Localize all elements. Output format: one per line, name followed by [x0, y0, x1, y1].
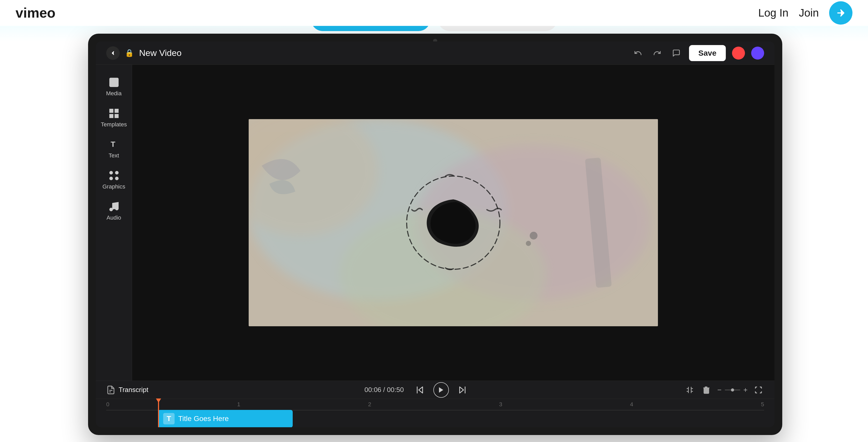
project-title[interactable]: New Video — [139, 48, 182, 58]
editor-topbar: 🔒 New Video — [96, 41, 774, 65]
expand-button[interactable] — [753, 384, 764, 396]
svg-point-13 — [115, 207, 118, 210]
login-button[interactable]: Log In — [758, 7, 788, 19]
play-button[interactable] — [433, 382, 449, 398]
scrubber[interactable] — [158, 399, 159, 427]
zoom-control: − + — [717, 386, 748, 394]
nav-arrow-button[interactable] — [829, 1, 852, 25]
sidebar-media-label: Media — [106, 90, 122, 97]
sidebar-item-graphics[interactable]: Graphics — [98, 166, 129, 194]
timeline: Transcript 00:06 / 00:50 — [96, 381, 774, 427]
title-clip-text: Title Goes Here — [178, 415, 229, 423]
svg-point-21 — [526, 241, 531, 246]
save-button[interactable]: Save — [689, 45, 726, 61]
sidebar-item-media[interactable]: Media — [98, 72, 129, 101]
skip-forward-button[interactable] — [457, 384, 468, 396]
topbar-right: Save — [631, 45, 764, 61]
zoom-minus[interactable]: − — [717, 386, 721, 394]
ruler-mark-2: 2 — [368, 401, 371, 408]
time-separator: / — [383, 386, 385, 393]
svg-point-9 — [115, 171, 118, 174]
sidebar-item-templates[interactable]: Templates — [98, 103, 129, 132]
ruler-mark-4: 4 — [630, 401, 633, 408]
comment-button[interactable] — [670, 46, 683, 60]
svg-text:vimeo: vimeo — [16, 5, 56, 21]
vimeo-logo: vimeo — [16, 5, 57, 21]
canvas-area — [132, 65, 774, 381]
timeline-topbar: Transcript 00:06 / 00:50 — [96, 381, 774, 399]
ruler-mark-0: 0 — [106, 401, 109, 408]
video-canvas — [249, 119, 658, 326]
title-clip-icon: T — [163, 413, 175, 424]
sidebar-graphics-label: Graphics — [102, 183, 125, 190]
ruler-mark-1: 1 — [237, 401, 240, 408]
svg-rect-3 — [110, 109, 113, 113]
svg-rect-4 — [115, 109, 118, 113]
svg-text:T: T — [111, 140, 115, 148]
zoom-plus[interactable]: + — [743, 386, 748, 394]
svg-point-12 — [110, 208, 113, 211]
sidebar: Media Templates T Text — [96, 65, 132, 381]
lock-icon: 🔒 — [125, 49, 134, 57]
svg-point-11 — [115, 177, 118, 180]
time-current: 00:06 — [365, 386, 381, 393]
svg-point-2 — [112, 80, 113, 82]
nav-right: Log In Join — [758, 1, 852, 25]
svg-rect-5 — [110, 115, 113, 118]
ruler-mark-5: 5 — [761, 401, 764, 408]
redo-button[interactable] — [651, 46, 663, 60]
sidebar-item-text[interactable]: T Text — [98, 135, 129, 163]
delete-button[interactable] — [701, 384, 712, 396]
transcript-label: Transcript — [119, 386, 148, 394]
sidebar-item-audio[interactable]: Audio — [98, 197, 129, 225]
back-button[interactable] — [106, 46, 120, 60]
device-frame: 🔒 New Video — [88, 34, 782, 435]
sidebar-text-label: Text — [108, 152, 119, 159]
topbar-left: 🔒 New Video — [106, 46, 182, 60]
avatar-red — [732, 46, 745, 60]
video-background — [249, 119, 658, 326]
top-navigation: vimeo Log In Join — [0, 0, 868, 26]
svg-rect-6 — [115, 115, 118, 118]
skip-back-button[interactable] — [414, 384, 426, 396]
svg-point-20 — [530, 232, 537, 240]
video-editor: 🔒 New Video — [96, 41, 774, 427]
title-clip[interactable]: T Title Goes Here — [158, 410, 293, 427]
svg-point-10 — [110, 177, 113, 180]
sidebar-audio-label: Audio — [106, 214, 121, 221]
svg-point-8 — [110, 171, 113, 174]
timeline-right-controls: − + — [684, 384, 764, 396]
sidebar-templates-label: Templates — [101, 121, 127, 128]
split-button[interactable] — [684, 384, 695, 396]
time-total: 00:50 — [387, 386, 404, 393]
undo-button[interactable] — [631, 46, 645, 60]
timeline-ruler-area: 0 1 2 3 4 5 T Title — [96, 399, 774, 427]
ruler-mark-3: 3 — [499, 401, 502, 408]
video-artwork — [249, 119, 658, 326]
playback-controls — [414, 382, 468, 398]
join-button[interactable]: Join — [799, 7, 819, 19]
time-display: 00:06 / 00:50 — [365, 386, 404, 394]
transcript-button[interactable]: Transcript — [106, 385, 148, 394]
svg-marker-25 — [439, 387, 443, 392]
avatar-blue — [751, 46, 764, 60]
